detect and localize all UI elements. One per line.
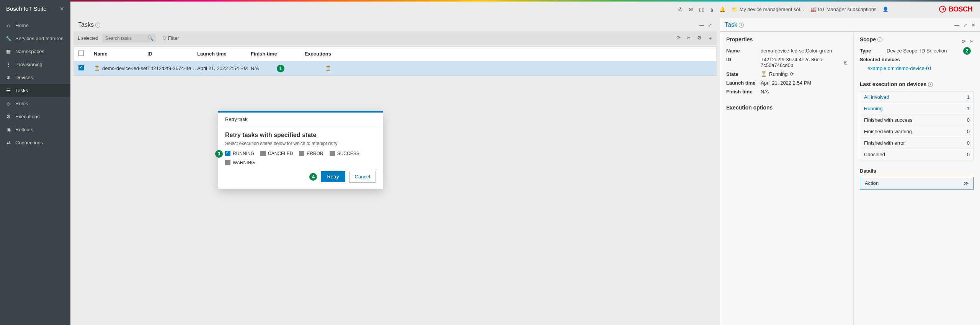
- select-all-checkbox[interactable]: [78, 51, 84, 56]
- table-row[interactable]: ⏳demo-device-led-setC... T4212d2f9-3674-…: [74, 61, 716, 76]
- sidebar: Bosch IoT Suite ✕ ⌂Home 🔧Services and fe…: [0, 0, 70, 325]
- prop-val-id: T4212d2f9-3674-4e2c-86ea-7c50a746cd0b: [761, 57, 842, 68]
- sidebar-item-label: Namespaces: [15, 49, 44, 54]
- top-toolbar: ✆ ✉ ▯▯ § 🔔 📁My device management sol... …: [70, 2, 980, 17]
- hourglass-icon: ⏳: [325, 65, 331, 71]
- filter-button[interactable]: ▽Filter: [160, 34, 182, 42]
- search-field[interactable]: [105, 36, 145, 41]
- sidebar-item-label: Executions: [15, 114, 40, 119]
- sidebar-item-services[interactable]: 🔧Services and features: [0, 32, 70, 45]
- chevron-right-icon: ≫: [964, 180, 969, 186]
- expand-icon[interactable]: ⤢: [708, 22, 712, 28]
- minimize-icon[interactable]: —: [954, 22, 959, 28]
- info-icon[interactable]: i: [877, 37, 882, 42]
- checkbox-error[interactable]: [299, 151, 304, 156]
- phone-icon[interactable]: ✆: [678, 7, 683, 12]
- refresh-icon[interactable]: ⟳: [962, 39, 966, 44]
- sidebar-item-tasks[interactable]: ☰Tasks: [0, 84, 70, 97]
- search-input[interactable]: 🔍: [102, 34, 156, 42]
- sidebar-item-home[interactable]: ⌂Home: [0, 19, 70, 32]
- prop-key-launch: Launch time: [726, 80, 761, 86]
- breadcrumb-solution[interactable]: 📁My device management sol...: [732, 7, 804, 12]
- sidebar-item-label: Home: [15, 23, 29, 28]
- minimize-icon[interactable]: —: [699, 22, 704, 28]
- sidebar-item-provisioning[interactable]: ⋮Provisioning: [0, 58, 70, 71]
- expand-icon[interactable]: ⤢: [963, 22, 967, 28]
- sidebar-item-rollouts[interactable]: ◉Rollouts: [0, 123, 70, 136]
- refresh-icon[interactable]: ⟳: [676, 35, 681, 42]
- bell-icon[interactable]: 🔔: [719, 7, 725, 12]
- device-link[interactable]: example.dm:demo-device-01: [867, 65, 932, 71]
- info-icon[interactable]: i: [95, 23, 100, 28]
- col-launch[interactable]: Launch time: [197, 51, 251, 57]
- sidebar-item-rules[interactable]: ◇Rules: [0, 97, 70, 110]
- scope-type-val: Device Scope, ID Selection: [887, 48, 974, 54]
- executions-icon: ⚙: [5, 113, 11, 119]
- table-header: Name ID Launch time Finish time Executio…: [74, 47, 716, 61]
- prop-key-state: State: [726, 71, 761, 77]
- add-icon[interactable]: ＋: [708, 35, 713, 42]
- mail-icon[interactable]: ✉: [689, 7, 693, 12]
- hourglass-icon: ⏳: [761, 71, 767, 77]
- close-icon[interactable]: ✕: [60, 6, 64, 12]
- scope-title: Scopei: [860, 36, 882, 42]
- provisioning-icon: ⋮: [5, 61, 11, 67]
- info-icon[interactable]: i: [928, 82, 933, 87]
- exec-row-running[interactable]: Running1: [860, 103, 973, 114]
- row-checkbox[interactable]: [78, 65, 84, 70]
- row-launch: April 21, 2022 2:54 PM: [197, 65, 251, 71]
- close-icon[interactable]: ✕: [971, 22, 975, 28]
- sidebar-item-devices[interactable]: ⊕Devices: [0, 71, 70, 84]
- info-icon[interactable]: i: [739, 23, 744, 28]
- gear-icon[interactable]: ⚙: [697, 35, 702, 42]
- bosch-logo: HBOSCH: [939, 5, 972, 13]
- exec-row-label: Finished with error: [864, 140, 905, 146]
- sidebar-item-label: Devices: [15, 75, 33, 80]
- book-icon[interactable]: ▯▯: [699, 7, 704, 12]
- prop-val-state: Running: [769, 71, 787, 77]
- sidebar-item-namespaces[interactable]: ▦Namespaces: [0, 45, 70, 58]
- exec-row-success[interactable]: Finished with success0: [860, 114, 973, 126]
- sidebar-item-label: Provisioning: [15, 62, 42, 67]
- col-finish[interactable]: Finish time: [251, 51, 301, 57]
- refresh-icon[interactable]: ⟳: [790, 71, 794, 77]
- prop-key-id: ID: [726, 57, 761, 68]
- prop-key-name: Name: [726, 48, 761, 54]
- user-icon[interactable]: 👤: [882, 7, 889, 12]
- breadcrumb-subscriptions[interactable]: 🏭IoT Manager subscriptions: [810, 7, 877, 12]
- tasks-table: Name ID Launch time Finish time Executio…: [74, 46, 717, 76]
- sidebar-item-connections[interactable]: ⇄Connections: [0, 136, 70, 149]
- search-icon[interactable]: 🔍: [147, 35, 154, 41]
- copy-icon[interactable]: ⎘: [844, 60, 847, 65]
- exec-row-all[interactable]: All involved1: [860, 91, 973, 103]
- checkbox-success[interactable]: [330, 151, 335, 156]
- sidebar-item-executions[interactable]: ⚙Executions: [0, 110, 70, 123]
- col-name[interactable]: Name: [94, 51, 147, 57]
- action-button[interactable]: Action≫: [860, 177, 974, 189]
- actions-icon[interactable]: ✂: [687, 35, 691, 42]
- legal-icon[interactable]: §: [710, 7, 713, 12]
- col-id[interactable]: ID: [147, 51, 197, 57]
- sidebar-item-label: Rules: [15, 101, 28, 106]
- tasks-toolbar: 1 selected 🔍 ▽Filter ⟳ ✂ ⚙ ＋: [74, 31, 717, 45]
- checkbox-label: ERROR: [307, 151, 323, 156]
- breadcrumb-label: My device management sol...: [739, 7, 804, 12]
- exec-row-canceled[interactable]: Canceled0: [860, 149, 973, 160]
- checkbox-canceled[interactable]: [260, 151, 266, 156]
- task-detail-title: Taski: [725, 21, 744, 28]
- exec-row-error[interactable]: Finished with error0: [860, 137, 973, 149]
- scope-type-key: Type: [860, 48, 887, 54]
- checkbox-warning[interactable]: [225, 160, 230, 165]
- last-exec-title: Last execution on devicesi: [860, 81, 974, 87]
- modal-title: Retry task: [218, 113, 383, 126]
- cancel-button[interactable]: Cancel: [349, 171, 376, 183]
- namespace-icon: ▦: [5, 48, 11, 54]
- actions-icon[interactable]: ✂: [970, 39, 974, 44]
- filter-label: Filter: [168, 35, 179, 41]
- checkbox-running[interactable]: [225, 151, 230, 156]
- retry-button[interactable]: Retry: [321, 171, 345, 182]
- modal-heading: Retry tasks with specified state: [225, 132, 376, 139]
- tutorial-badge-2: 2: [963, 47, 971, 55]
- col-exec[interactable]: Executions: [301, 51, 331, 57]
- exec-row-warning[interactable]: Finished with warning0: [860, 126, 973, 137]
